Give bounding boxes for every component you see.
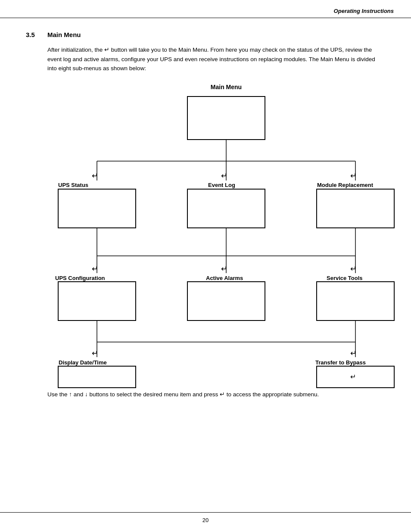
active-alarms-box [187,282,265,320]
module-rep-enter: ↵ [350,171,357,180]
transfer-bypass-label: Transfer to Bypass [315,359,366,366]
display-dt-box [58,366,136,388]
section-title: 3.5 Main Menu [26,31,385,38]
ups-status-label: UPS Status [58,182,88,188]
section-number: 3.5 [26,31,39,38]
event-log-enter: ↵ [221,171,227,180]
intro-text: After initialization, the ↵ button will … [47,45,385,73]
diagram-title: Main Menu [47,84,405,90]
ups-status-enter: ↵ [92,171,98,180]
page-number: 20 [202,517,209,523]
service-tools-label: Service Tools [327,275,363,281]
ups-config-box [58,282,136,320]
main-menu-box [187,96,265,140]
diagram-svg: ↵ ↵ ↵ UPS Status Event Log Module Replac… [47,92,405,385]
event-log-box [187,189,265,228]
display-dt-enter: ↵ [92,349,98,358]
page-header: Operating Instructions [0,0,411,18]
bottom-text: Use the ↑ and ↓ buttons to select the de… [47,390,385,400]
section-body: After initialization, the ↵ button will … [47,45,385,400]
diagram-container: Main Menu ↵ ↵ ↵ UPS Status [47,84,405,386]
transfer-bypass-enter: ↵ [350,349,357,358]
display-dt-label: Display Date/Time [59,359,107,366]
ups-config-label: UPS Configuration [55,275,105,281]
ups-status-box [58,189,136,228]
page-content: 3.5 Main Menu After initialization, the … [0,18,411,417]
section-heading: Main Menu [47,31,81,38]
active-alarms-enter: ↵ [221,264,227,273]
event-log-label: Event Log [208,182,235,188]
page-footer: 20 [0,512,411,523]
module-rep-box [317,189,394,228]
module-rep-label: Module Replacement [317,182,374,188]
transfer-bypass-box-enter: ↵ [350,373,356,380]
header-title: Operating Instructions [334,8,394,14]
service-tools-enter: ↵ [350,264,357,273]
active-alarms-label: Active Alarms [206,275,243,281]
ups-config-enter: ↵ [92,264,98,273]
service-tools-box [317,282,394,320]
